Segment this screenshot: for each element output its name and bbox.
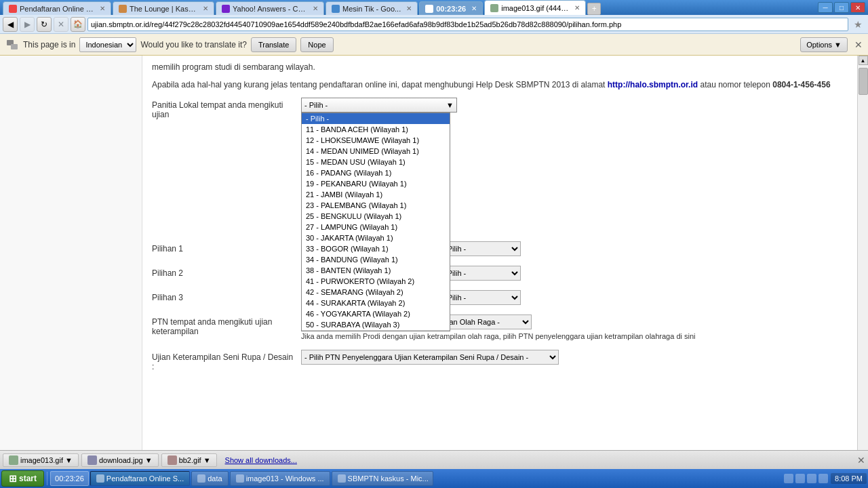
dropdown-item-25[interactable]: 25 - BENGKULU (Wilayah 1) bbox=[302, 211, 450, 222]
tab-title-mesin: Mesin Tik - Goo... bbox=[342, 5, 401, 13]
taskbar-divider bbox=[47, 472, 47, 485]
tab-close-yahoo[interactable]: ✕ bbox=[313, 5, 318, 12]
pilihan1-label: Pilihan 1 bbox=[152, 241, 294, 253]
options-label: Options bbox=[806, 41, 832, 49]
tab-close-timer[interactable]: ✕ bbox=[471, 5, 477, 12]
dropdown-item-15[interactable]: 15 - MEDAN USU (Wilayah 1) bbox=[302, 157, 450, 167]
tab-title-yahoo: Yahoo! Answers - Cara Men... bbox=[233, 5, 307, 13]
translate-button[interactable]: Translate bbox=[251, 37, 296, 52]
panitia-dropdown-closed[interactable]: - Pilih - ▼ bbox=[301, 98, 457, 113]
dropdown-item-42[interactable]: 42 - SEMARANG (Wilayah 2) bbox=[302, 287, 450, 298]
pilihan3-wilayah-select[interactable]: - Pilih - bbox=[439, 290, 521, 305]
pilihan3-row: Pilihan 3 - Pilih - - Pilih - bbox=[152, 290, 848, 305]
start-button[interactable]: ⊞ start bbox=[1, 470, 44, 487]
translate-bar: This page is in Indonesian Would you lik… bbox=[0, 34, 868, 56]
taskbar-sbmptn-icon bbox=[338, 474, 346, 483]
pilihan2-wilayah-select[interactable]: - Pilih - bbox=[439, 266, 521, 281]
tab-mesin[interactable]: Mesin Tik - Goo... ✕ bbox=[326, 1, 418, 15]
dropdown-item-27[interactable]: 27 - LAMPUNG (Wilayah 1) bbox=[302, 222, 450, 232]
show-all-downloads[interactable]: Show all downloads... bbox=[225, 456, 297, 464]
taskbar-pendaftaran[interactable]: Pendaftaran Online S... bbox=[90, 471, 190, 486]
pilihan1-wilayah-select[interactable]: - Pilih - bbox=[439, 241, 521, 256]
download-icon-2 bbox=[87, 455, 97, 465]
refresh-button[interactable]: ↻ bbox=[37, 17, 52, 32]
tab-close-pendaftaran[interactable]: ✕ bbox=[100, 5, 105, 12]
dropdown-item-41[interactable]: 41 - PURWOKERTO (Wilayah 2) bbox=[302, 276, 450, 287]
intro-para2: Apabila ada hal-hal yang kurang jelas te… bbox=[152, 80, 605, 89]
panitia-dropdown-arrow: ▼ bbox=[446, 101, 454, 109]
taskbar-image013-icon bbox=[236, 474, 244, 483]
helpdesk-link[interactable]: http://halo.sbmptn.or.id bbox=[608, 80, 698, 89]
taskbar-sbmptn[interactable]: SBMPTN kaskus - Mic... bbox=[332, 471, 433, 486]
nope-button[interactable]: Nope bbox=[300, 37, 333, 52]
download-item-1[interactable]: image013.gif ▼ bbox=[3, 453, 79, 467]
tab-image[interactable]: image013.gif (444×307) ✕ bbox=[484, 0, 586, 15]
dropdown-item-46[interactable]: 46 - YOGYAKARTA (Wilayah 2) bbox=[302, 308, 450, 319]
dropdown-item-23[interactable]: 23 - PALEMBANG (Wilayah 1) bbox=[302, 200, 450, 211]
back-button[interactable]: ◀ bbox=[3, 17, 18, 32]
new-tab-button[interactable]: + bbox=[587, 3, 601, 15]
forward-button[interactable]: ▶ bbox=[20, 17, 35, 32]
stop-button[interactable]: ✕ bbox=[54, 17, 68, 32]
taskbar-data[interactable]: data bbox=[191, 471, 228, 486]
panitia-dropdown-list[interactable]: - Pilih - 11 - BANDA ACEH (Wilayah 1) 12… bbox=[301, 113, 450, 331]
tab-close-kaskus[interactable]: ✕ bbox=[203, 5, 208, 12]
tab-title-kaskus: The Lounge | Kaskus - The L... bbox=[130, 5, 197, 13]
download-icon-3 bbox=[167, 455, 177, 465]
tab-close-image[interactable]: ✕ bbox=[574, 4, 580, 12]
tab-timer[interactable]: 00:23:26 ✕ bbox=[419, 1, 483, 15]
systray-icon-3 bbox=[807, 474, 816, 483]
tab-yahoo[interactable]: Yahoo! Answers - Cara Men... ✕ bbox=[216, 1, 324, 15]
download-icon-1 bbox=[9, 455, 18, 465]
ptn-ketrampilan-note: Jika anda memilih Prodi dengan ujian ket… bbox=[301, 332, 848, 340]
dropdown-item-pilih[interactable]: - Pilih - bbox=[302, 113, 450, 124]
pilihan2-row: Pilihan 2 - Pilih - - Pilih - bbox=[152, 266, 848, 281]
language-select[interactable]: Indonesian bbox=[79, 37, 136, 52]
systray-icon-4 bbox=[818, 474, 828, 483]
scroll-up-arrow[interactable]: ▲ bbox=[859, 56, 868, 65]
scroll-thumb[interactable] bbox=[859, 68, 868, 95]
dropdown-item-50[interactable]: 50 - SURABAYA (Wilayah 3) bbox=[302, 319, 450, 331]
download-bar-close[interactable]: ✕ bbox=[857, 455, 865, 466]
tab-favicon-yahoo bbox=[222, 5, 230, 13]
dropdown-item-30[interactable]: 30 - JAKARTA (Wilayah 1) bbox=[302, 232, 450, 243]
options-button[interactable]: Options ▼ bbox=[800, 37, 848, 52]
dropdown-item-33[interactable]: 33 - BOGOR (Wilayah 1) bbox=[302, 243, 450, 254]
translate-icon bbox=[5, 38, 19, 52]
address-bar[interactable] bbox=[87, 18, 848, 31]
dropdown-item-12[interactable]: 12 - LHOKSEUMAWE (Wilayah 1) bbox=[302, 135, 450, 146]
minimize-button[interactable]: ─ bbox=[818, 2, 833, 13]
tab-pendaftaran[interactable]: Pendaftaran Online SBMPTN... ✕ bbox=[3, 1, 111, 15]
start-icon: ⊞ bbox=[9, 473, 17, 484]
taskbar-time-item[interactable]: 00:23:26 bbox=[50, 471, 89, 486]
close-button[interactable]: ✕ bbox=[850, 2, 865, 13]
dropdown-item-44[interactable]: 44 - SURAKARTA (Wilayah 2) bbox=[302, 298, 450, 308]
taskbar-image013[interactable]: image013 - Windows ... bbox=[230, 471, 330, 486]
translate-bar-close[interactable]: ✕ bbox=[854, 39, 863, 50]
download-name-1: image013.gif bbox=[20, 456, 63, 464]
seni-row: Ujian Keterampilan Seni Rupa / Desain : … bbox=[152, 350, 848, 371]
dropdown-item-11[interactable]: 11 - BANDA ACEH (Wilayah 1) bbox=[302, 124, 450, 135]
maximize-button[interactable]: □ bbox=[834, 2, 849, 13]
intro-text-1: memilih program studi di sembarang wilay… bbox=[152, 61, 848, 73]
dropdown-item-34[interactable]: 34 - BANDUNG (Wilayah 1) bbox=[302, 254, 450, 265]
seni-label: Ujian Keterampilan Seni Rupa / Desain : bbox=[152, 350, 294, 371]
ptn-seni-select[interactable]: - Pilih PTN Penyelenggara Ujian Keteramp… bbox=[301, 350, 559, 365]
dropdown-item-19[interactable]: 19 - PEKANBARU (Wilayah 1) bbox=[302, 178, 450, 189]
tab-favicon-mesin bbox=[332, 5, 340, 13]
download-item-2[interactable]: download.jpg ▼ bbox=[81, 453, 159, 467]
download-arrow-1: ▼ bbox=[65, 456, 73, 464]
download-bar: image013.gif ▼ download.jpg ▼ bb2.gif ▼ … bbox=[0, 450, 868, 469]
favorites-star[interactable]: ★ bbox=[850, 17, 865, 32]
dropdown-item-38[interactable]: 38 - BANTEN (Wilayah 1) bbox=[302, 265, 450, 276]
tab-favicon-timer bbox=[425, 5, 433, 13]
download-item-3[interactable]: bb2.gif ▼ bbox=[161, 453, 217, 467]
tab-kaskus[interactable]: The Lounge | Kaskus - The L... ✕ bbox=[113, 1, 214, 15]
dropdown-item-16[interactable]: 16 - PADANG (Wilayah 1) bbox=[302, 167, 450, 178]
taskbar-pendaftaran-label: Pendaftaran Online S... bbox=[106, 474, 184, 483]
dropdown-item-14[interactable]: 14 - MEDAN UNIMED (Wilayah 1) bbox=[302, 146, 450, 157]
tab-close-mesin[interactable]: ✕ bbox=[406, 5, 412, 12]
dropdown-item-21[interactable]: 21 - JAMBI (Wilayah 1) bbox=[302, 189, 450, 200]
home-button[interactable]: 🏠 bbox=[71, 17, 85, 32]
right-scrollbar: ▲ ▼ bbox=[857, 56, 868, 469]
